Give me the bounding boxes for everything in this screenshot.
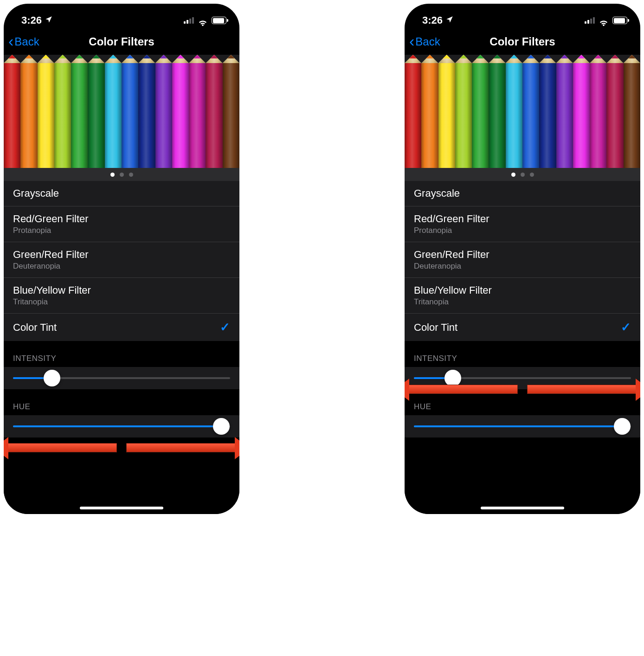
battery-icon — [212, 17, 226, 24]
location-icon — [45, 15, 53, 26]
pencil — [489, 63, 505, 179]
filter-subtitle: Protanopia — [13, 226, 89, 235]
filter-title: Blue/Yellow Filter — [414, 284, 492, 296]
pencil — [455, 63, 472, 179]
color-preview[interactable] — [4, 55, 239, 181]
hue-label: HUE — [405, 389, 640, 415]
comparison-canvas: 3:26 — [0, 0, 644, 656]
back-label: Back — [14, 35, 39, 48]
wifi-icon — [198, 17, 208, 24]
filter-list: GrayscaleRed/Green FilterProtanopiaGreen… — [405, 181, 640, 341]
pager-dot[interactable] — [110, 173, 115, 177]
slider-thumb[interactable] — [44, 370, 60, 386]
pencil — [38, 63, 54, 179]
cellular-signal-icon — [184, 17, 194, 24]
color-preview[interactable] — [405, 55, 640, 181]
pencil — [105, 63, 122, 179]
pager-dot[interactable] — [530, 173, 534, 177]
pencil — [522, 63, 539, 179]
pencil — [556, 63, 573, 179]
nav-bar: ‹ Back Color Filters — [405, 29, 640, 55]
back-button[interactable]: ‹ Back — [8, 35, 39, 49]
hue-label: HUE — [4, 389, 239, 415]
phone-frame: 3:26 — [405, 4, 640, 514]
filter-option[interactable]: Red/Green FilterProtanopia — [405, 206, 640, 242]
filter-subtitle: Protanopia — [414, 226, 489, 235]
battery-icon — [612, 17, 627, 24]
intensity-slider[interactable] — [405, 367, 640, 389]
pencil — [71, 63, 88, 179]
status-bar: 3:26 — [4, 4, 239, 29]
pencil — [472, 63, 489, 179]
slider-thumb[interactable] — [614, 418, 631, 435]
status-time: 3:26 — [422, 14, 443, 26]
pencil — [223, 63, 239, 179]
filter-title: Green/Red Filter — [414, 249, 489, 261]
back-button[interactable]: ‹ Back — [409, 35, 440, 49]
nav-bar: ‹ Back Color Filters — [4, 29, 239, 55]
pencil — [573, 63, 590, 179]
filter-subtitle: Tritanopia — [414, 297, 492, 307]
home-indicator[interactable] — [80, 507, 163, 509]
cellular-signal-icon — [585, 17, 595, 24]
intensity-label: INTENSITY — [405, 341, 640, 367]
intensity-slider[interactable] — [4, 367, 239, 389]
location-icon — [445, 15, 454, 26]
pager-dot[interactable] — [511, 173, 515, 177]
hue-slider[interactable] — [4, 415, 239, 437]
filter-option[interactable]: Red/Green FilterProtanopia — [4, 206, 239, 242]
filter-title: Blue/Yellow Filter — [13, 284, 91, 296]
pencil — [122, 63, 138, 179]
wifi-icon — [599, 17, 609, 24]
filter-option[interactable]: Green/Red FilterDeuteranopia — [405, 242, 640, 278]
filter-list: GrayscaleRed/Green FilterProtanopiaGreen… — [4, 181, 239, 341]
pencil — [20, 63, 37, 179]
pencil — [624, 63, 640, 179]
filter-option[interactable]: Color Tint✓ — [405, 314, 640, 341]
filter-option[interactable]: Color Tint✓ — [4, 314, 239, 341]
pager[interactable] — [4, 168, 239, 181]
filter-option[interactable]: Blue/Yellow FilterTritanopia — [405, 278, 640, 314]
checkmark-icon: ✓ — [220, 320, 230, 334]
pencil — [506, 63, 522, 179]
filter-option[interactable]: Green/Red FilterDeuteranopia — [4, 242, 239, 278]
filter-subtitle: Deuteranopia — [414, 262, 489, 271]
pencil — [88, 63, 104, 179]
filter-title: Red/Green Filter — [414, 213, 489, 225]
chevron-left-icon: ‹ — [409, 33, 414, 49]
pencil — [155, 63, 172, 179]
filter-option[interactable]: Grayscale — [4, 181, 239, 206]
filter-title: Grayscale — [13, 187, 59, 199]
pencil — [606, 63, 623, 179]
pencil — [438, 63, 455, 179]
pager-dot[interactable] — [129, 173, 133, 177]
slider-thumb[interactable] — [213, 418, 230, 435]
filter-title: Color Tint — [414, 322, 457, 334]
filter-title: Red/Green Filter — [13, 213, 89, 225]
pencil — [405, 63, 421, 179]
pencil — [54, 63, 71, 179]
pencil — [590, 63, 606, 179]
back-label: Back — [415, 35, 440, 48]
filter-title: Grayscale — [414, 187, 460, 199]
pager[interactable] — [405, 168, 640, 181]
filter-subtitle: Deuteranopia — [13, 262, 89, 271]
filter-subtitle: Tritanopia — [13, 297, 91, 307]
hue-slider[interactable] — [405, 415, 640, 437]
slider-thumb[interactable] — [444, 370, 461, 386]
pencil — [138, 63, 155, 179]
pager-dot[interactable] — [521, 173, 525, 177]
pencil — [4, 63, 20, 179]
home-indicator[interactable] — [481, 507, 564, 509]
chevron-left-icon: ‹ — [8, 33, 13, 49]
pencil — [206, 63, 222, 179]
pencil — [421, 63, 438, 179]
pencil-row — [4, 55, 239, 171]
filter-option[interactable]: Grayscale — [405, 181, 640, 206]
pager-dot[interactable] — [120, 173, 124, 177]
filter-option[interactable]: Blue/Yellow FilterTritanopia — [4, 278, 239, 314]
filter-title: Color Tint — [13, 322, 57, 334]
filter-title: Green/Red Filter — [13, 249, 89, 261]
intensity-label: INTENSITY — [4, 341, 239, 367]
pencil — [189, 63, 206, 179]
